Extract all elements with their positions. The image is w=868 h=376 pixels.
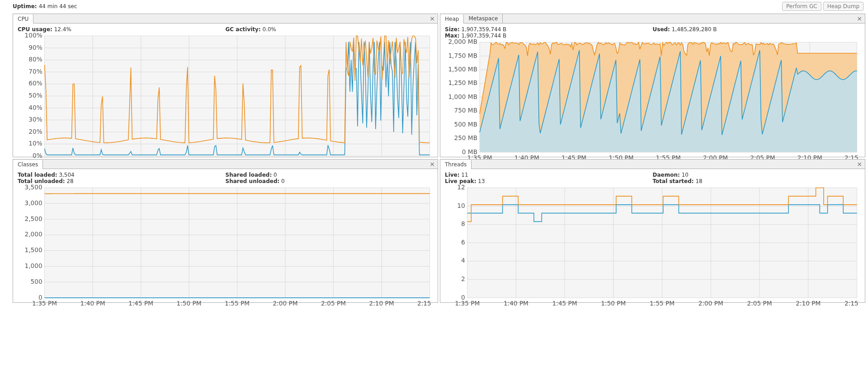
svg-text:1,000: 1,000 bbox=[25, 262, 42, 269]
total-started-value: 18 bbox=[695, 178, 702, 184]
svg-text:2:10 PM: 2:10 PM bbox=[369, 300, 394, 306]
live-label: Live: bbox=[445, 172, 460, 178]
svg-text:1,750 MB: 1,750 MB bbox=[448, 52, 477, 59]
heap-size-label: Size: bbox=[445, 26, 460, 33]
svg-text:80%: 80% bbox=[28, 56, 42, 63]
svg-text:1:40 PM: 1:40 PM bbox=[504, 300, 528, 306]
live-peak-label: Live peak: bbox=[445, 178, 476, 184]
gc-activity-value: 0.0% bbox=[263, 26, 277, 33]
heap-used-label: Used: bbox=[653, 26, 670, 33]
svg-text:70%: 70% bbox=[28, 68, 42, 75]
svg-text:1:45 PM: 1:45 PM bbox=[552, 300, 577, 306]
svg-text:1:50 PM: 1:50 PM bbox=[177, 300, 202, 306]
perform-gc-button[interactable]: Perform GC bbox=[782, 2, 821, 11]
total-unloaded-value: 28 bbox=[66, 178, 73, 184]
heap-max-label: Max: bbox=[445, 33, 460, 39]
close-icon[interactable]: × bbox=[857, 160, 862, 168]
svg-text:40%: 40% bbox=[28, 104, 42, 111]
tab-heap[interactable]: Heap bbox=[440, 14, 464, 24]
svg-text:50%: 50% bbox=[28, 92, 42, 99]
svg-text:2,500: 2,500 bbox=[25, 215, 42, 222]
svg-text:1:45 PM: 1:45 PM bbox=[128, 300, 153, 306]
svg-text:2:15 PM: 2:15 PM bbox=[844, 300, 860, 306]
svg-text:12: 12 bbox=[457, 184, 465, 191]
heap-size-value: 1,907,359,744 B bbox=[462, 26, 507, 33]
heap-dump-button[interactable]: Heap Dump bbox=[823, 2, 863, 11]
svg-text:2:05 PM: 2:05 PM bbox=[321, 300, 346, 306]
classes-panel: Classes × Total loaded: 3,504 Shared loa… bbox=[13, 159, 438, 303]
daemon-label: Daemon: bbox=[653, 172, 680, 178]
svg-text:2,000 MB: 2,000 MB bbox=[448, 39, 477, 45]
cpu-usage-label: CPU usage: bbox=[18, 26, 52, 33]
svg-text:1,000 MB: 1,000 MB bbox=[448, 93, 477, 100]
classes-chart: 05001,0001,5002,0002,5003,0003,5001:35 P… bbox=[18, 184, 433, 306]
svg-text:4: 4 bbox=[461, 257, 465, 264]
svg-text:30%: 30% bbox=[28, 116, 42, 123]
svg-text:20%: 20% bbox=[28, 128, 42, 135]
threads-panel: Threads × Live: 11 Daemon: 10 Live peak:… bbox=[440, 159, 865, 303]
tab-cpu[interactable]: CPU bbox=[13, 14, 33, 24]
heap-chart: 0 MB250 MB500 MB750 MB1,000 MB1,250 MB1,… bbox=[445, 39, 860, 164]
total-started-label: Total started: bbox=[653, 178, 694, 184]
svg-text:500: 500 bbox=[31, 278, 42, 285]
svg-text:1,500 MB: 1,500 MB bbox=[448, 66, 477, 73]
svg-text:2:15 PM: 2:15 PM bbox=[417, 300, 433, 306]
tab-threads[interactable]: Threads bbox=[440, 160, 472, 169]
total-loaded-value: 3,504 bbox=[59, 172, 74, 178]
svg-text:90%: 90% bbox=[28, 44, 42, 51]
svg-text:6: 6 bbox=[461, 239, 465, 246]
svg-text:1:35 PM: 1:35 PM bbox=[32, 300, 57, 306]
tab-metaspace[interactable]: Metaspace bbox=[464, 14, 503, 23]
svg-text:2: 2 bbox=[461, 275, 465, 282]
gc-activity-label: GC activity: bbox=[226, 26, 261, 33]
close-icon[interactable]: × bbox=[429, 15, 435, 22]
topbar: Uptime: 44 min 44 sec Perform GC Heap Du… bbox=[0, 0, 868, 14]
uptime-label: Uptime: bbox=[13, 3, 37, 9]
svg-text:1:50 PM: 1:50 PM bbox=[601, 300, 626, 306]
svg-text:3,500: 3,500 bbox=[25, 184, 42, 191]
svg-text:2:00 PM: 2:00 PM bbox=[698, 300, 723, 306]
uptime-value: 44 min 44 sec bbox=[39, 3, 77, 9]
shared-unloaded-label: Shared unloaded: bbox=[226, 178, 280, 184]
svg-text:2:00 PM: 2:00 PM bbox=[273, 300, 298, 306]
live-value: 11 bbox=[461, 172, 468, 178]
heap-max-value: 1,907,359,744 B bbox=[461, 33, 506, 39]
svg-text:8: 8 bbox=[461, 220, 465, 227]
svg-text:1:55 PM: 1:55 PM bbox=[650, 300, 675, 306]
svg-text:2,000: 2,000 bbox=[25, 230, 42, 238]
svg-text:1:55 PM: 1:55 PM bbox=[225, 300, 250, 306]
svg-text:1,500: 1,500 bbox=[25, 246, 42, 254]
close-icon[interactable]: × bbox=[857, 15, 862, 22]
total-loaded-label: Total loaded: bbox=[18, 172, 57, 178]
tab-classes[interactable]: Classes bbox=[13, 160, 43, 169]
heap-used-value: 1,485,289,280 B bbox=[672, 26, 717, 33]
svg-text:2:05 PM: 2:05 PM bbox=[747, 300, 772, 306]
close-icon[interactable]: × bbox=[429, 160, 435, 168]
svg-text:60%: 60% bbox=[28, 80, 42, 87]
svg-text:10%: 10% bbox=[28, 140, 42, 147]
svg-text:100%: 100% bbox=[25, 33, 42, 39]
cpu-usage-value: 12.4% bbox=[54, 26, 71, 33]
svg-text:1:40 PM: 1:40 PM bbox=[80, 300, 105, 306]
svg-text:1:35 PM: 1:35 PM bbox=[455, 300, 480, 306]
shared-unloaded-value: 0 bbox=[281, 178, 285, 184]
shared-loaded-label: Shared loaded: bbox=[226, 172, 272, 178]
cpu-panel: CPU × CPU usage: 12.4% GC activity: 0.0%… bbox=[13, 14, 438, 157]
heap-panel: Heap Metaspace × Size: 1,907,359,744 B U… bbox=[440, 14, 865, 157]
svg-text:3,000: 3,000 bbox=[25, 199, 42, 207]
svg-text:10: 10 bbox=[457, 202, 465, 209]
svg-text:750 MB: 750 MB bbox=[454, 107, 477, 114]
cpu-chart: 0%10%20%30%40%50%60%70%80%90%100%1:35 PM… bbox=[18, 33, 433, 167]
total-unloaded-label: Total unloaded: bbox=[18, 178, 65, 184]
shared-loaded-value: 0 bbox=[274, 172, 277, 178]
daemon-value: 10 bbox=[682, 172, 689, 178]
svg-text:2:10 PM: 2:10 PM bbox=[796, 300, 821, 306]
svg-text:500 MB: 500 MB bbox=[454, 121, 477, 128]
svg-text:250 MB: 250 MB bbox=[454, 134, 477, 141]
svg-text:1,250 MB: 1,250 MB bbox=[448, 79, 477, 86]
live-peak-value: 13 bbox=[478, 178, 485, 184]
threads-chart: 0246810121:35 PM1:40 PM1:45 PM1:50 PM1:5… bbox=[445, 184, 860, 306]
